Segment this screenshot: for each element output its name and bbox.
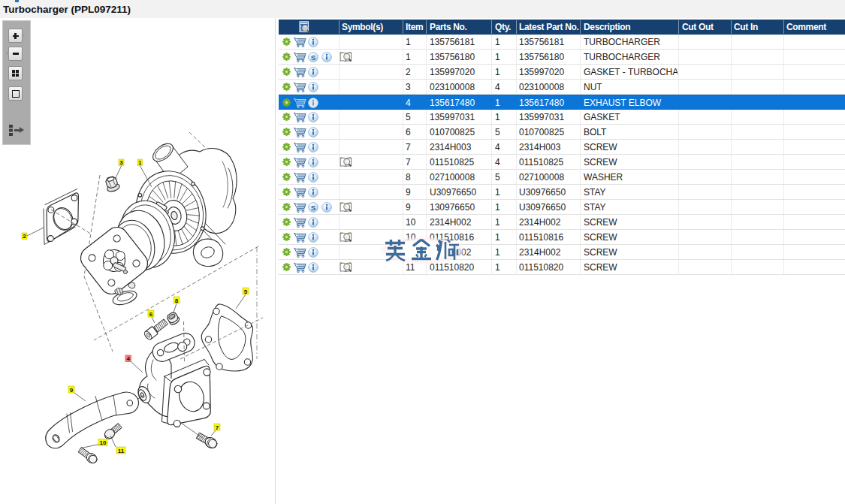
svg-text:2: 2 <box>23 233 26 240</box>
svg-text:1: 1 <box>138 159 142 166</box>
svg-text:11: 11 <box>118 448 125 454</box>
svg-text:10: 10 <box>100 439 107 446</box>
svg-text:7: 7 <box>216 424 219 431</box>
svg-text:8: 8 <box>175 297 179 304</box>
svg-text:9: 9 <box>70 387 74 394</box>
svg-text:5: 5 <box>244 288 248 295</box>
svg-text:3: 3 <box>119 159 123 166</box>
svg-text:6: 6 <box>149 311 153 318</box>
svg-text:4: 4 <box>127 355 131 362</box>
